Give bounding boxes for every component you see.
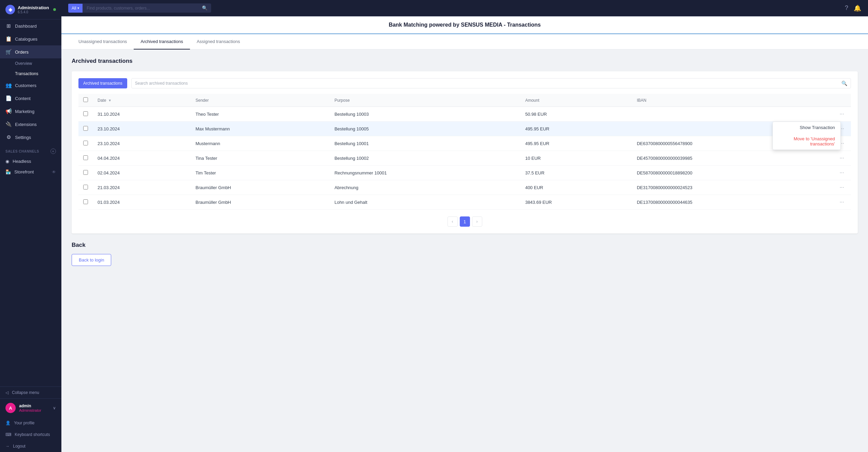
cell-sender-1: Theo Tester xyxy=(191,107,329,122)
tab-archived[interactable]: Archived transactions xyxy=(134,34,190,50)
sidebar-logo: ◈ Administration 6.5.4.0 xyxy=(0,0,61,19)
search-filter-bar: All ▾ 🔍 xyxy=(68,3,211,13)
sidebar-item-extensions[interactable]: 🔌 Extensions xyxy=(0,118,61,131)
cell-iban-4: DE45700800000000039985 xyxy=(632,151,833,166)
cell-iban-7: DE13700800000000044635 xyxy=(632,195,833,210)
dashboard-icon: ⊞ xyxy=(5,23,12,29)
sidebar-item-storefront[interactable]: 🏪 Storefront 👁 xyxy=(0,167,61,177)
table-row: 04.04.2024 Tina Tester Bestellung 10002 … xyxy=(78,151,851,166)
sidebar-bottom: ◁ Collapse menu A admin Administrator ∨ … xyxy=(0,386,61,452)
row-actions-button-6[interactable]: ··· xyxy=(838,184,846,191)
row-checkbox-4[interactable] xyxy=(83,155,88,160)
tab-unassigned[interactable]: Unassigned transactions xyxy=(72,34,134,50)
user-chevron-icon: ∨ xyxy=(53,406,56,410)
search-filter-button[interactable]: All ▾ xyxy=(68,4,83,13)
cell-date-4: 04.04.2024 xyxy=(93,151,191,166)
row-checkbox-7[interactable] xyxy=(83,199,88,204)
table-row: 21.03.2024 Braumüller GmbH Abrechnung 40… xyxy=(78,180,851,195)
cell-iban-5: DE58700800000018898200 xyxy=(632,166,833,180)
global-search-input[interactable] xyxy=(83,4,198,13)
pagination: ‹ 1 › xyxy=(78,216,851,227)
table-search-icon: 🔍 xyxy=(841,81,847,86)
table-row: 01.03.2024 Braumüller GmbH Lohn und Geha… xyxy=(78,195,851,210)
cell-amount-4: 10 EUR xyxy=(520,151,632,166)
user-section[interactable]: A admin Administrator ∨ xyxy=(0,398,61,417)
row-checkbox-3[interactable] xyxy=(83,141,88,145)
main-area: All ▾ 🔍 ? 🔔 Bank Matching powered by SEN… xyxy=(61,0,868,452)
table-search-bar: 🔍 xyxy=(131,78,851,88)
storefront-icon: 🏪 xyxy=(5,169,11,174)
your-profile-link[interactable]: 👤 Your profile xyxy=(0,417,61,429)
cell-amount-5: 37.5 EUR xyxy=(520,166,632,180)
pagination-prev[interactable]: ‹ xyxy=(447,216,458,227)
cell-sender-6: Braumüller GmbH xyxy=(191,180,329,195)
sidebar: ◈ Administration 6.5.4.0 ⊞ Dashboard 📋 C… xyxy=(0,0,61,452)
sidebar-item-dashboard[interactable]: ⊞ Dashboard xyxy=(0,19,61,32)
select-all-checkbox[interactable] xyxy=(83,97,88,102)
section-title: Archived transactions xyxy=(72,58,858,65)
user-role: Administrator xyxy=(19,408,49,412)
app-version: 6.5.4.0 xyxy=(18,10,49,14)
content-area: Bank Matching powered by SENSUS MEDIA - … xyxy=(61,16,868,452)
row-actions-button-4[interactable]: ··· xyxy=(838,154,846,162)
pagination-page-1[interactable]: 1 xyxy=(460,216,470,227)
sidebar-item-marketing[interactable]: 📢 Marketing xyxy=(0,105,61,118)
cell-purpose-1: Bestellung 10003 xyxy=(330,107,520,122)
global-search-button[interactable]: 🔍 xyxy=(198,3,211,13)
sales-channels-section: Sales Channels + xyxy=(0,144,61,156)
table-row: 31.10.2024 Theo Tester Bestellung 10003 … xyxy=(78,107,851,122)
sidebar-item-content[interactable]: 📄 Content xyxy=(0,92,61,105)
online-indicator xyxy=(53,8,56,11)
row-checkbox-1[interactable] xyxy=(83,111,88,116)
back-title: Back xyxy=(72,242,858,249)
extensions-icon: 🔌 xyxy=(5,121,12,127)
row-actions-button-7[interactable]: ··· xyxy=(838,198,846,206)
row-checkbox-6[interactable] xyxy=(83,185,88,189)
context-show-transaction[interactable]: Show Transaction xyxy=(773,122,840,133)
table-search-input[interactable] xyxy=(135,81,841,86)
cell-date-1: 31.10.2024 xyxy=(93,107,191,122)
row-actions-button-5[interactable]: ··· xyxy=(838,169,846,176)
cell-amount-6: 400 EUR xyxy=(520,180,632,195)
back-to-login-button[interactable]: Back to login xyxy=(72,254,111,266)
date-sort-icon: ▾ xyxy=(109,98,111,103)
profile-icon: 👤 xyxy=(5,421,11,425)
archived-transactions-button[interactable]: Archived transactions xyxy=(78,78,127,88)
collapse-menu-button[interactable]: ◁ Collapse menu xyxy=(0,387,61,398)
sidebar-item-customers[interactable]: 👥 Customers xyxy=(0,79,61,92)
logout-link[interactable]: → Logout xyxy=(0,440,61,452)
keyboard-shortcuts-link[interactable]: ⌨ Keyboard shortcuts xyxy=(0,429,61,440)
catalogues-icon: 📋 xyxy=(5,36,12,42)
cell-sender-4: Tina Tester xyxy=(191,151,329,166)
cell-date-2: 23.10.2024 xyxy=(93,122,191,136)
page-title: Bank Matching powered by SENSUS MEDIA - … xyxy=(72,22,858,28)
table-header: Date ▾ Sender Purpose Amount IBAN xyxy=(78,94,851,107)
header-sender: Sender xyxy=(191,94,329,107)
context-move-to-unassigned[interactable]: Move to 'Unassigned transactions' xyxy=(773,133,840,150)
cell-date-5: 02.04.2024 xyxy=(93,166,191,180)
notifications-icon[interactable]: 🔔 xyxy=(854,4,861,12)
sidebar-sub-transactions[interactable]: Transactions xyxy=(0,69,61,79)
context-menu: Show Transaction Move to 'Unassigned tra… xyxy=(773,122,841,150)
app-title: Administration xyxy=(18,5,49,11)
sidebar-item-orders[interactable]: 🛒 Orders xyxy=(0,45,61,58)
sidebar-sub-overview[interactable]: Overview xyxy=(0,58,61,69)
tab-assigned[interactable]: Assigned transactions xyxy=(190,34,247,50)
storefront-eye-icon: 👁 xyxy=(52,170,56,174)
row-actions-button-1[interactable]: ··· xyxy=(838,110,846,118)
header-date[interactable]: Date ▾ xyxy=(93,94,191,107)
header-amount: Amount xyxy=(520,94,632,107)
pagination-next[interactable]: › xyxy=(472,216,482,227)
cell-purpose-3: Bestellung 10001 xyxy=(330,136,520,151)
add-channel-icon[interactable]: + xyxy=(50,149,56,154)
sidebar-item-catalogues[interactable]: 📋 Catalogues xyxy=(0,32,61,45)
row-checkbox-5[interactable] xyxy=(83,170,88,175)
row-checkbox-2[interactable] xyxy=(83,126,88,131)
cell-sender-7: Braumüller GmbH xyxy=(191,195,329,210)
sidebar-item-settings[interactable]: ⚙ Settings xyxy=(0,131,61,144)
filter-chevron-icon: ▾ xyxy=(77,6,79,10)
table-toolbar: Archived transactions 🔍 xyxy=(78,78,851,88)
sidebar-item-headless[interactable]: ◉ Headless xyxy=(0,156,61,167)
help-icon[interactable]: ? xyxy=(845,4,848,12)
back-section: Back Back to login xyxy=(72,242,858,266)
